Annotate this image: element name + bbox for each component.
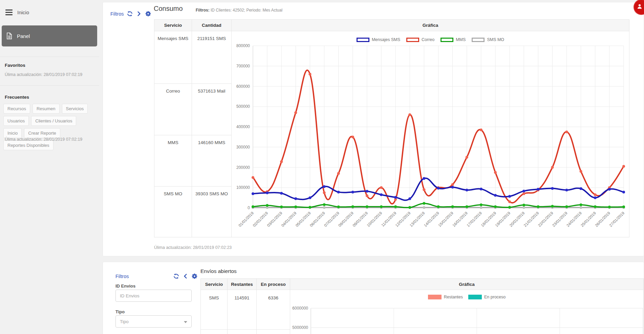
legend-label: En proceso [484,295,506,299]
svg-text:5000000: 5000000 [292,325,308,330]
svg-text:07/01/2019: 07/01/2019 [323,211,340,228]
svg-text:12/01/2019: 12/01/2019 [394,211,411,228]
svg-text:04/01/2019: 04/01/2019 [281,211,297,228]
svg-text:200000: 200000 [236,165,250,170]
table-cell: Correo [154,84,192,135]
legend-swatch [428,295,442,299]
table-cell: 146160 MMS [192,135,232,186]
frequent-chip[interactable]: Resumen [33,104,60,114]
consumo-chart-legend: Mensajes SMSCorreoMMSSMS MO [232,37,629,42]
column-header: En proceso [257,279,290,290]
tipo-select[interactable]: Tipo [115,315,192,328]
svg-text:14/01/2019: 14/01/2019 [423,211,440,228]
consumo-filters-summary-label: Filtros: [196,8,210,13]
frequent-chip[interactable]: Recursos [3,104,30,114]
svg-text:0: 0 [248,205,250,210]
gear-icon[interactable] [145,11,151,17]
table-cell: VOZ [201,330,228,334]
svg-text:08/01/2019: 08/01/2019 [338,211,354,228]
table-cell: 114591 [228,290,257,330]
refresh-icon[interactable] [127,11,133,17]
frequent-chip[interactable]: Reportes Disponibles [3,140,53,150]
svg-text:500000: 500000 [236,104,250,109]
consumo-line-chart: 0100000200000300000400000500000600000700… [232,31,629,236]
svg-text:400000: 400000 [236,124,250,129]
legend-label: Correo [422,37,434,42]
column-header: Servicio [201,279,228,290]
envios-title: Envíos abiertos [200,268,237,274]
frecuentes-last-update: Úlima actualización: 28/01/2019 07:02:19 [5,137,82,142]
svg-text:19/01/2019: 19/01/2019 [494,211,511,228]
hamburger-icon[interactable] [5,9,13,15]
envios-bar-chart: 60000005000000 [290,301,643,334]
svg-text:17/01/2019: 17/01/2019 [466,211,482,228]
svg-text:01/01/2019: 01/01/2019 [238,211,254,228]
column-header: Gráfica [232,20,629,31]
favoritos-last-update: Úlima actualización: 28/01/2019 07:02:19 [5,72,82,77]
svg-text:10/01/2019: 10/01/2019 [366,211,383,228]
svg-text:100000: 100000 [236,185,250,190]
svg-text:26/01/2019: 26/01/2019 [594,211,611,228]
table-cell: 2119151 SMS [192,31,232,84]
svg-text:20/01/2019: 20/01/2019 [509,211,525,228]
consumo-filters-summary: Filtros: ID Clientes: 42502; Periodo: Me… [196,8,282,13]
gear-icon[interactable] [192,273,197,279]
sidebar-item-inicio[interactable]: Inicio [5,9,29,15]
frequent-chip[interactable]: Crear Reporte [24,128,60,138]
table-cell: SMS MO [154,186,192,237]
svg-text:03/01/2019: 03/01/2019 [266,211,283,228]
legend-label: MMS [456,37,466,42]
legend-label: Mensajes SMS [372,37,400,42]
user-icon [637,3,643,11]
sidebar-item-panel[interactable]: Panel [2,25,97,46]
legend-item[interactable]: Correo [406,37,434,42]
svg-text:21/01/2019: 21/01/2019 [523,211,540,228]
svg-text:24/01/2019: 24/01/2019 [566,211,582,228]
legend-item[interactable]: Mensajes SMS [357,37,400,42]
legend-swatch [441,38,453,42]
table-cell: 4620728 [228,330,257,334]
consumo-filters-title: Filtros [110,11,124,17]
column-header: Servicio [154,20,192,31]
sidebar: Inicio Panel Favoritos Úlima actualizaci… [0,0,99,334]
favoritos-heading: Favoritos [5,63,25,68]
svg-text:300000: 300000 [236,145,250,150]
chevron-right-icon[interactable] [136,11,142,17]
legend-swatch [357,38,369,42]
legend-item[interactable]: SMS MO [472,37,504,42]
refresh-icon[interactable] [173,273,179,279]
table-cell: 5371613 Mail [192,84,232,135]
legend-swatch [468,295,482,299]
table-cell: 6336 [257,290,290,330]
svg-text:700000: 700000 [236,64,250,68]
column-header: Gráfica [290,279,644,290]
svg-text:06/01/2019: 06/01/2019 [309,211,326,228]
svg-text:600000: 600000 [236,84,250,89]
column-header: Cantidad [192,20,232,31]
chevron-left-icon[interactable] [183,273,188,279]
frequent-chip[interactable]: Clientes / Usuarios [31,116,76,126]
consumo-table: ServicioCantidadGráficaMensajes SMS21191… [154,19,629,237]
svg-text:02/01/2019: 02/01/2019 [252,211,269,228]
frequent-chip[interactable]: Usuarios [3,116,29,126]
consumo-card: Filtros [103,2,644,256]
table-row: Mensajes SMS2119151 SMS01000002000003000… [154,31,629,84]
svg-text:27/01/2019: 27/01/2019 [608,211,625,228]
legend-item[interactable]: En proceso [468,295,506,299]
frequent-chip[interactable]: Inicio [3,128,22,138]
legend-swatch [472,38,485,42]
frecuentes-heading: Frecuentes [5,95,29,100]
envios-table: ServicioRestantesEn procesoGráficaSMS114… [200,278,644,334]
legend-item[interactable]: MMS [441,37,466,42]
consumo-title: Consumo [154,5,183,13]
svg-text:25/01/2019: 25/01/2019 [580,211,597,228]
frequent-chip[interactable]: Servicios [62,104,88,114]
table-row: SMS1145916336RestantesEn proceso60000005… [201,290,644,330]
sidebar-home-label: Inicio [17,9,29,15]
sidebar-panel-label: Panel [17,33,30,39]
envios-filters-title: Filtros [115,274,129,279]
legend-item[interactable]: Restantes [428,295,463,299]
column-header: Restantes [228,279,257,290]
id-envios-input[interactable] [115,290,192,302]
table-cell: MMS [154,135,192,186]
